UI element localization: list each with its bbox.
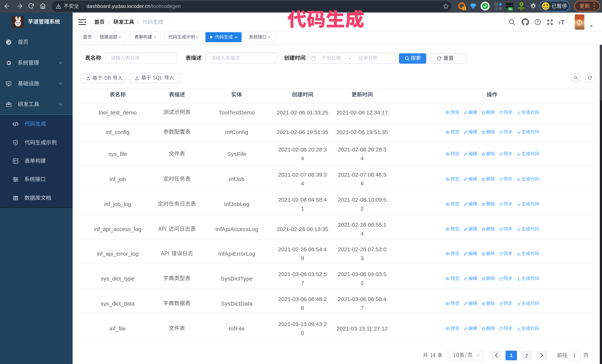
svg-text:on: on: [509, 7, 512, 10]
svg-text:1: 1: [463, 7, 465, 10]
